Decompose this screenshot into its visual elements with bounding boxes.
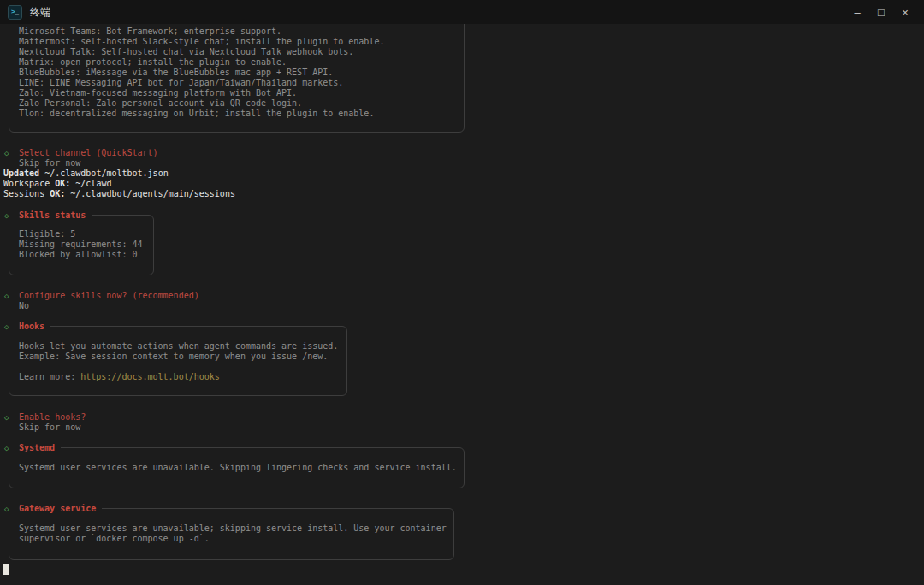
window-title: 终端 (30, 5, 50, 20)
channel-line: Mattermost: self-hosted Slack-style chat… (19, 37, 384, 47)
gutter-line (9, 158, 9, 168)
configure-skills-answer: No (19, 301, 29, 311)
log-workspace: Workspace OK: ~/clawd (3, 179, 111, 189)
channel-line: Nextcloud Talk: Self-hosted chat via Nex… (19, 47, 353, 57)
close-button[interactable]: × (893, 0, 917, 24)
skills-line: Missing requirements: 44 (19, 239, 143, 250)
enable-hooks-prompt: Enable hooks? (19, 412, 86, 422)
step-diamond-icon: ◇ (4, 291, 9, 301)
gutter-line (9, 488, 9, 504)
gateway-line: Systemd user services are unavailable; s… (19, 523, 447, 534)
step-diamond-icon: ◇ (3, 322, 19, 332)
channel-line: Microsoft Teams: Bot Framework; enterpri… (19, 27, 281, 37)
step-diamond-icon: ◇ (4, 148, 9, 158)
systemd-box-title: ◇Systemd (3, 442, 61, 453)
gutter-line (9, 396, 9, 412)
terminal-screen[interactable]: Microsoft Teams: Bot Framework; enterpri… (0, 24, 924, 585)
hooks-learn-more: Learn more: https://docs.molt.bot/hooks (19, 372, 220, 382)
gateway-service-box-title: ◇Gateway service (3, 503, 102, 514)
step-diamond-icon: ◇ (3, 504, 19, 514)
configure-skills-prompt: Configure skills now? (recommended) (19, 291, 199, 301)
log-sessions: Sessions OK: ~/.clawdbot/agents/main/ses… (3, 189, 235, 199)
window-controls: – □ × (845, 0, 917, 24)
select-channel-answer: Skip for now (19, 158, 80, 168)
step-diamond-icon: ◇ (3, 443, 19, 453)
channel-line: Zalo: Vietnam-focused messaging platform… (19, 88, 297, 98)
hooks-line: Example: Save session context to memory … (19, 352, 328, 362)
systemd-line: Systemd user services are unavailable. S… (19, 463, 457, 473)
log-updated: Updated ~/.clawdbot/moltbot.json (3, 168, 169, 179)
window-titlebar: >_ 终端 – □ × (0, 0, 924, 24)
channel-line: Matrix: open protocol; install the plugi… (19, 57, 287, 68)
skills-line: Eligible: 5 (19, 229, 75, 239)
gutter-line (9, 135, 9, 148)
maximize-button[interactable]: □ (869, 0, 893, 24)
hooks-line: Hooks let you automate actions when agen… (19, 341, 338, 352)
enable-hooks-answer: Skip for now (19, 422, 80, 433)
hooks-box-title: ◇Hooks (3, 321, 50, 332)
channel-line: Tlon: decentralized messaging on Urbit; … (19, 109, 374, 119)
skills-status-box-title: ◇Skills status (3, 210, 92, 221)
select-channel-prompt: Select channel (QuickStart) (19, 148, 158, 158)
channel-line: Zalo Personal: Zalo personal account via… (19, 98, 302, 109)
step-diamond-icon: ◇ (4, 412, 9, 422)
gutter-line (9, 422, 9, 442)
minimize-button[interactable]: – (845, 0, 869, 24)
channel-line: LINE: LINE Messaging API bot for Japan/T… (19, 78, 343, 88)
terminal-app-icon: >_ (8, 5, 22, 20)
hooks-docs-link[interactable]: https://docs.molt.bot/hooks (80, 372, 220, 381)
step-diamond-icon: ◇ (3, 210, 19, 221)
skills-line: Blocked by allowlist: 0 (19, 250, 137, 260)
channel-line: BlueBubbles: iMessage via the BlueBubble… (19, 68, 333, 78)
gateway-line: supervisor or `docker compose up -d`. (19, 534, 210, 544)
terminal-cursor (3, 564, 9, 575)
